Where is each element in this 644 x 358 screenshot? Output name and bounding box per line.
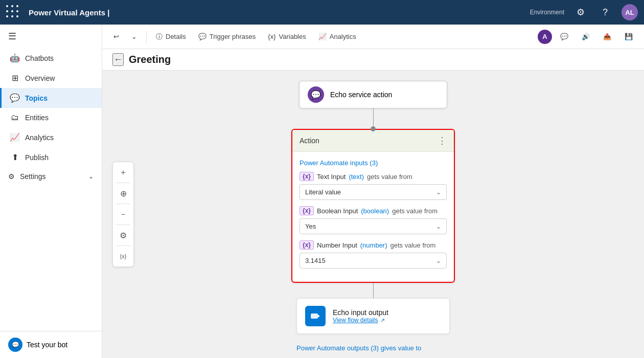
- input-number-name: Number Input: [317, 241, 357, 249]
- pa-outputs-text: Power Automate outputs (3) gives value t…: [296, 344, 421, 352]
- zoom-sep-3: [116, 225, 130, 225]
- sidebar-overview-label: Overview: [25, 74, 55, 82]
- back-button[interactable]: ←: [112, 53, 124, 66]
- sidebar-item-entities[interactable]: 🗂 Entities: [0, 108, 102, 127]
- sidebar-entities-label: Entities: [25, 114, 49, 122]
- canvas-area: ＋ ⊕ － ⚙ {x} 💬 Echo service action: [102, 71, 644, 358]
- echo-output-icon: [305, 306, 326, 326]
- zoom-sep-4: [116, 245, 130, 246]
- action-menu-button[interactable]: ⋮: [438, 135, 447, 146]
- audio-icon-button[interactable]: 🔊: [577, 30, 595, 43]
- sidebar-item-chatbots[interactable]: 🤖 Chatbots: [0, 48, 102, 68]
- dropdown-arrow-1: ⌄: [436, 189, 441, 196]
- top-nav-right: Environment ⚙ ? AL: [530, 4, 638, 20]
- sidebar-settings-label: Settings: [20, 172, 46, 181]
- analytics-toolbar-label: Analytics: [330, 33, 356, 40]
- input-row-boolean: {x} Boolean Input (boolean) gets value f…: [300, 206, 447, 234]
- sidebar-footer-test-bot[interactable]: 💬 Test your bot: [0, 331, 102, 358]
- settings-nav-icon[interactable]: ⚙: [572, 4, 589, 20]
- sidebar: ☰ 🤖 Chatbots ⊞ Overview 💬 Topics 🗂 Entit…: [0, 25, 102, 358]
- env-label: Environment: [530, 9, 564, 16]
- variables-button[interactable]: {x} Variables: [263, 30, 311, 43]
- pa-inputs-label: Power Automate inputs (3): [300, 159, 447, 167]
- undo-button[interactable]: ↩: [108, 30, 124, 43]
- toolbar-separator-1: [146, 31, 147, 43]
- sidebar-publish-label: Publish: [25, 153, 49, 162]
- action-header-label: Action: [300, 137, 319, 145]
- svg-marker-1: [318, 315, 320, 318]
- analytics-icon: 📈: [10, 132, 20, 142]
- overview-icon: ⊞: [10, 73, 20, 83]
- sidebar-item-topics[interactable]: 💬 Topics: [0, 88, 102, 108]
- input-row-number-label: {x} Number Input (number) gets value fro…: [300, 240, 447, 250]
- text-input-value: Literal value: [305, 188, 341, 196]
- input-boolean-name: Boolean Input: [317, 207, 358, 215]
- analytics-toolbar-button[interactable]: 📈 Analytics: [313, 30, 361, 43]
- details-button[interactable]: ⓘ Details: [151, 29, 191, 44]
- pa-outputs-suffix: outputs (3) gives value to: [347, 344, 421, 352]
- input-row-boolean-label: {x} Boolean Input (boolean) gets value f…: [300, 206, 447, 215]
- toolbar-a-avatar: A: [538, 30, 552, 44]
- trigger-phrases-button[interactable]: 💬 Trigger phrases: [193, 30, 261, 43]
- app-title: Power Virtual Agents |: [29, 8, 109, 17]
- echo-output-card[interactable]: Echo input output View flow details ↗: [296, 298, 450, 334]
- comment-icon-button[interactable]: 💬: [555, 30, 573, 43]
- sidebar-item-overview[interactable]: ⊞ Overview: [0, 68, 102, 88]
- dropdown-button[interactable]: ⌄: [126, 30, 142, 43]
- action-card-header: Action ⋮: [292, 130, 454, 152]
- sidebar-chatbots-label: Chatbots: [25, 54, 54, 62]
- main-layout: ☰ 🤖 Chatbots ⊞ Overview 💬 Topics 🗂 Entit…: [0, 25, 644, 358]
- trigger-icon: 💬: [198, 33, 206, 40]
- pa-outputs-label: Power Automate: [296, 344, 345, 352]
- gets-value-number: gets value from: [390, 241, 436, 249]
- apps-grid-icon[interactable]: [6, 5, 20, 19]
- input-number-type: (number): [360, 241, 387, 249]
- input-row-number: {x} Number Input (number) gets value fro…: [300, 240, 447, 268]
- zoom-target-button[interactable]: ⊕: [116, 186, 130, 200]
- sidebar-item-publish[interactable]: ⬆ Publish: [0, 147, 102, 167]
- save-icon-button[interactable]: 💾: [619, 30, 638, 43]
- gets-value-boolean: gets value from: [392, 207, 438, 215]
- analytics-toolbar-icon: 📈: [318, 33, 327, 40]
- zoom-in-button[interactable]: ＋: [116, 165, 130, 180]
- pa-label-text: Power Automate: [300, 159, 348, 167]
- dropdown-arrow-2: ⌄: [436, 223, 441, 230]
- info-icon: ⓘ: [156, 32, 163, 41]
- zoom-settings-button[interactable]: ⚙: [116, 228, 130, 242]
- external-link-icon: ↗: [380, 317, 385, 324]
- number-input-dropdown[interactable]: 3.1415 ⌄: [300, 253, 447, 268]
- content-area: ↩ ⌄ ⓘ Details 💬 Trigger phrases {x} Vari…: [102, 25, 644, 358]
- test-bot-avatar: 💬: [8, 338, 22, 352]
- boolean-input-dropdown[interactable]: Yes ⌄: [300, 218, 447, 234]
- number-input-value: 3.1415: [305, 257, 326, 264]
- user-avatar[interactable]: AL: [622, 4, 638, 20]
- action-card: Action ⋮ Power Automate inputs (3) {x}: [291, 129, 455, 283]
- var-badge-boolean: {x}: [300, 206, 314, 215]
- sidebar-item-settings[interactable]: ⚙ Settings ⌄: [0, 167, 102, 186]
- zoom-out-button[interactable]: －: [116, 207, 130, 221]
- echo-service-node[interactable]: 💬 Echo service action: [299, 81, 447, 108]
- var-badge-number: {x}: [300, 240, 314, 250]
- input-text-type: (text): [349, 173, 364, 181]
- page-header: ← Greeting: [102, 49, 644, 71]
- connector-dot-1: [371, 126, 376, 131]
- input-text-name: Text Input: [317, 173, 346, 181]
- sidebar-toggle[interactable]: ☰: [0, 25, 102, 48]
- zoom-variables-button[interactable]: {x}: [116, 249, 130, 263]
- details-label: Details: [166, 33, 186, 40]
- text-input-dropdown[interactable]: Literal value ⌄: [300, 184, 447, 200]
- sidebar-analytics-label: Analytics: [25, 133, 54, 142]
- pa-outputs-bar: Power Automate outputs (3) gives value t…: [296, 344, 450, 352]
- settings-expand-icon: ⌄: [88, 173, 94, 180]
- share-icon-button[interactable]: 📤: [598, 30, 616, 43]
- action-card-body: Power Automate inputs (3) {x} Text Input…: [292, 152, 454, 282]
- variables-icon: {x}: [268, 33, 275, 40]
- trigger-phrases-label: Trigger phrases: [210, 33, 256, 40]
- top-nav: Power Virtual Agents | Environment ⚙ ? A…: [0, 0, 644, 25]
- svg-rect-0: [311, 314, 318, 319]
- sidebar-item-analytics[interactable]: 📈 Analytics: [0, 127, 102, 147]
- canvas-inner: 💬 Echo service action Action ⋮ Power A: [102, 71, 644, 358]
- help-icon[interactable]: ?: [597, 4, 613, 20]
- dropdown-arrow-3: ⌄: [436, 257, 441, 264]
- view-flow-link[interactable]: View flow details: [333, 317, 378, 324]
